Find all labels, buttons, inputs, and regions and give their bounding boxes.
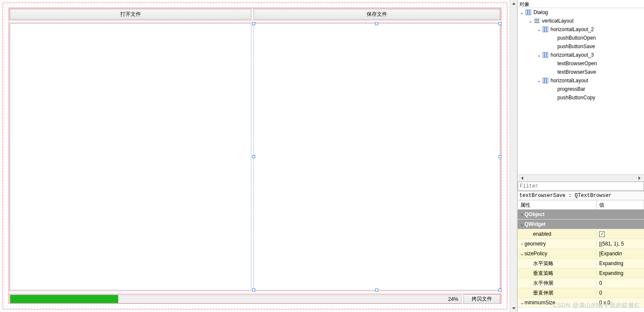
- prop-section-QWidget[interactable]: ⌄QWidget: [518, 220, 644, 229]
- tree-item-label: pushButtonOpen: [557, 35, 596, 41]
- prop-value: 0: [599, 290, 602, 296]
- scroll-right-button[interactable]: [637, 175, 644, 182]
- form-designer-canvas[interactable]: 打开文件 保存文件: [0, 0, 510, 312]
- chevron-down-icon: ⌄: [519, 221, 525, 227]
- layout-icon: [542, 52, 549, 58]
- dialog-outline: 打开文件 保存文件: [3, 3, 507, 309]
- svg-rect-2: [530, 10, 531, 15]
- tree-item-pushButtonOpen[interactable]: pushButtonOpen: [518, 34, 644, 42]
- resize-handle-icon[interactable]: [252, 289, 255, 292]
- progress-bar[interactable]: 24%: [10, 295, 461, 303]
- chevron-down-icon[interactable]: ⌄: [536, 26, 541, 32]
- prop-name: 垂直策略: [533, 270, 554, 277]
- chevron-up-icon: [512, 3, 516, 5]
- copy-file-button[interactable]: 拷贝文件: [463, 294, 500, 304]
- tree-item-verticalLayout[interactable]: ⌄verticalLayout: [518, 17, 644, 25]
- prop-row-垂直伸展[interactable]: 垂直伸展0: [518, 288, 644, 298]
- tree-horizontal-scrollbar[interactable]: [518, 174, 644, 182]
- text-browser-save[interactable]: [254, 23, 500, 290]
- tree-item-label: textBrowserSave: [557, 69, 596, 75]
- chevron-down-icon: [512, 307, 516, 309]
- resize-handle-icon[interactable]: [498, 155, 501, 158]
- chevron-right-icon: ›: [519, 211, 525, 217]
- svg-rect-7: [545, 27, 546, 32]
- layout-icon: [542, 77, 549, 84]
- svg-rect-8: [547, 27, 548, 32]
- object-tree[interactable]: ⌄Dialog⌄verticalLayout⌄horizontalLayout_…: [518, 8, 644, 174]
- svg-rect-13: [545, 78, 546, 83]
- svg-rect-10: [545, 52, 546, 58]
- resize-handle-icon[interactable]: [252, 22, 255, 25]
- tree-item-label: Dialog: [533, 9, 548, 15]
- resize-handle-icon[interactable]: [252, 155, 255, 158]
- scroll-up-button[interactable]: [510, 0, 517, 7]
- chevron-down-icon[interactable]: ⌄: [519, 300, 525, 306]
- object-inspector-header: 对象: [518, 0, 644, 8]
- property-header: 属性 值: [518, 200, 644, 210]
- tree-item-label: horizontalLayout: [551, 78, 588, 84]
- scroll-left-button[interactable]: [518, 175, 525, 182]
- prop-name: 水平伸展: [533, 280, 554, 287]
- horizontal-layout-2-outline: 打开文件 保存文件: [9, 8, 501, 20]
- tree-item-label: horizontalLayout_2: [551, 26, 594, 32]
- chevron-down-icon[interactable]: ⌄: [536, 78, 541, 84]
- tree-item-label: textBrowserOpen: [557, 61, 597, 66]
- prop-value: [Expandin: [599, 251, 622, 257]
- tree-item-horizontalLayout_3[interactable]: ⌄horizontalLayout_3: [518, 51, 644, 59]
- progress-fill: [10, 295, 118, 303]
- prop-name: minimumSize: [525, 300, 555, 306]
- tree-item-pushButtonSave[interactable]: pushButtonSave: [518, 42, 644, 51]
- chevron-left-icon: [519, 176, 523, 180]
- prop-section-label: QWidget: [525, 221, 545, 227]
- save-file-button[interactable]: 保存文件: [254, 9, 500, 20]
- tree-item-label: verticalLayout: [542, 18, 574, 24]
- text-browser-open[interactable]: [10, 23, 251, 290]
- prop-row-水平策略[interactable]: 水平策略Expanding: [518, 259, 644, 269]
- property-editor[interactable]: ›QObject⌄QWidgetenabled›geometry[(581, 1…: [518, 210, 644, 312]
- scroll-down-button[interactable]: [510, 305, 517, 312]
- filter-input[interactable]: [518, 182, 644, 191]
- prop-row-enabled[interactable]: enabled: [518, 229, 644, 239]
- svg-rect-1: [528, 10, 529, 15]
- open-file-button[interactable]: 打开文件: [10, 9, 251, 20]
- prop-row-垂直策略[interactable]: 垂直策略Expanding: [518, 269, 644, 278]
- prop-row-minimumSize[interactable]: ⌄minimumSize0 x 0: [518, 298, 644, 308]
- resize-handle-icon[interactable]: [498, 22, 501, 25]
- tree-item-label: horizontalLayout_3: [551, 52, 594, 58]
- tree-item-Dialog[interactable]: ⌄Dialog: [518, 8, 644, 17]
- svg-rect-6: [543, 27, 544, 32]
- chevron-down-icon[interactable]: ⌄: [519, 9, 524, 15]
- resize-handle-icon[interactable]: [375, 22, 378, 25]
- svg-rect-5: [534, 22, 539, 23]
- prop-row-sizePolicy[interactable]: ⌄sizePolicy[Expandin: [518, 249, 644, 259]
- tree-item-label: pushButtonCopy: [557, 95, 595, 101]
- tree-item-textBrowserOpen[interactable]: textBrowserOpen: [518, 59, 644, 68]
- svg-rect-3: [534, 19, 539, 20]
- tree-item-label: progressBar: [557, 86, 585, 92]
- tree-item-pushButtonCopy[interactable]: pushButtonCopy: [518, 93, 644, 102]
- prop-value: 0: [599, 280, 602, 286]
- progress-text: 24%: [448, 296, 458, 302]
- svg-rect-12: [543, 78, 544, 83]
- tree-item-progressBar[interactable]: progressBar: [518, 85, 644, 93]
- tree-item-textBrowserSave[interactable]: textBrowserSave: [518, 68, 644, 76]
- resize-handle-icon[interactable]: [498, 289, 501, 292]
- svg-rect-4: [534, 20, 539, 21]
- tree-item-horizontalLayout[interactable]: ⌄horizontalLayout: [518, 76, 644, 85]
- chevron-down-icon[interactable]: ⌄: [528, 18, 533, 24]
- chevron-right-icon[interactable]: ›: [519, 241, 525, 247]
- prop-section-QObject[interactable]: ›QObject: [518, 210, 644, 220]
- resize-handle-icon[interactable]: [375, 289, 378, 292]
- prop-row-水平伸展[interactable]: 水平伸展0: [518, 278, 644, 288]
- layout-icon: [525, 9, 532, 16]
- prop-row-geometry[interactable]: ›geometry[(581, 1), 5: [518, 239, 644, 249]
- chevron-down-icon[interactable]: ⌄: [536, 52, 541, 58]
- tree-item-horizontalLayout_2[interactable]: ⌄horizontalLayout_2: [518, 25, 644, 34]
- chevron-down-icon[interactable]: ⌄: [519, 251, 525, 257]
- prop-value: 0 x 0: [599, 300, 610, 306]
- scrollbar-track[interactable]: [510, 7, 517, 305]
- tree-item-label: pushButtonSave: [557, 43, 595, 49]
- checkbox[interactable]: [599, 231, 605, 237]
- vertical-scrollbar[interactable]: [510, 0, 517, 312]
- scrollbar-track[interactable]: [525, 175, 637, 182]
